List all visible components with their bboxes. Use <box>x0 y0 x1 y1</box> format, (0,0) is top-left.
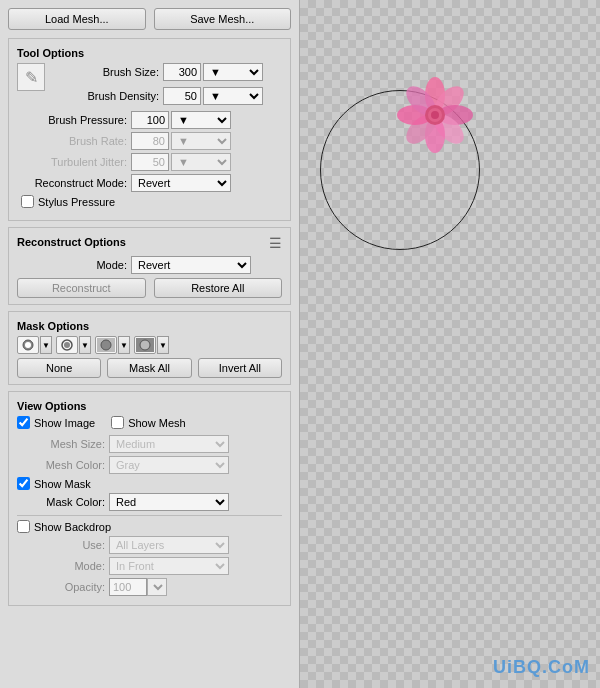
mask-icon-3[interactable]: ▼ <box>95 336 130 354</box>
tool-options-section: Tool Options ✎ Brush Size: ▼ <box>8 38 291 221</box>
mask-color-row: Mask Color: Red Green Blue None <box>17 493 282 511</box>
brush-pressure-select[interactable]: ▼ <box>171 111 231 129</box>
show-image-row: Show Image <box>17 416 95 429</box>
turbulent-jitter-label: Turbulent Jitter: <box>17 156 127 168</box>
brush-rate-input[interactable] <box>131 132 169 150</box>
mask-color-select[interactable]: Red Green Blue None <box>109 493 229 511</box>
recon-buttons: Reconstruct Restore All <box>17 278 282 298</box>
brush-size-label: Brush Size: <box>49 66 159 78</box>
mask-dropdown-4[interactable]: ▼ <box>157 336 169 354</box>
brush-size-option: Brush Size: ▼ <box>49 63 263 81</box>
show-image-label: Show Image <box>34 417 95 429</box>
svg-point-1 <box>25 342 31 348</box>
reconstruct-options-label: Reconstruct Options <box>17 236 126 248</box>
show-backdrop-label: Show Backdrop <box>34 521 111 533</box>
brush-rows: Brush Size: ▼ Brush Density: <box>49 63 263 108</box>
turbulent-jitter-select[interactable]: ▼ <box>171 153 231 171</box>
brush-density-select[interactable]: ▼ <box>203 87 263 105</box>
tool-options-label: Tool Options <box>17 47 282 59</box>
brush-rate-label: Brush Rate: <box>17 135 127 147</box>
none-button[interactable]: None <box>17 358 101 378</box>
mask-icon-2[interactable]: ▼ <box>56 336 91 354</box>
invert-all-button[interactable]: Invert All <box>198 358 282 378</box>
stylus-pressure-row: Stylus Pressure <box>17 195 282 208</box>
show-image-checkbox[interactable] <box>17 416 30 429</box>
brush-rate-value: ▼ <box>131 132 231 150</box>
view-options-label: View Options <box>17 400 282 412</box>
save-mesh-button[interactable]: Save Mesh... <box>154 8 292 30</box>
brush-icon-area: ✎ Brush Size: ▼ Brush Density: <box>17 63 263 108</box>
flower-image <box>395 75 475 155</box>
canvas-content: UiBQ.CoM <box>300 0 600 688</box>
use-label: Use: <box>35 539 105 551</box>
svg-point-3 <box>64 342 70 348</box>
brush-size-value: ▼ <box>163 63 263 81</box>
mesh-color-row: Mesh Color: Gray Black White Red <box>17 456 282 474</box>
show-mesh-checkbox[interactable] <box>111 416 124 429</box>
mask-all-button[interactable]: Mask All <box>107 358 191 378</box>
brush-size-row: ✎ Brush Size: ▼ Brush Density: <box>17 63 282 108</box>
opacity-select[interactable]: ▼ <box>147 578 167 596</box>
mask-dropdown-1[interactable]: ▼ <box>40 336 52 354</box>
canvas-panel: UiBQ.CoM <box>300 0 600 688</box>
view-mode-select[interactable]: In Front Behind Blend <box>109 557 229 575</box>
mask-dropdown-3[interactable]: ▼ <box>118 336 130 354</box>
brush-pressure-input[interactable] <box>131 111 169 129</box>
mask-icons-row: ▼ ▼ ▼ ▼ <box>17 336 282 354</box>
left-panel: Load Mesh... Save Mesh... Tool Options ✎… <box>0 0 300 688</box>
reconstruct-options-header: Reconstruct Options ☰ <box>17 234 282 252</box>
mesh-size-label: Mesh Size: <box>35 438 105 450</box>
brush-icon[interactable]: ✎ <box>17 63 45 91</box>
turbulent-jitter-row: Turbulent Jitter: ▼ <box>17 153 282 171</box>
turbulent-jitter-input[interactable] <box>131 153 169 171</box>
top-buttons: Load Mesh... Save Mesh... <box>8 8 291 30</box>
mask-options-label: Mask Options <box>17 320 282 332</box>
show-backdrop-row: Show Backdrop <box>17 520 282 533</box>
reconstruct-options-section: Reconstruct Options ☰ Mode: Revert Rigid… <box>8 227 291 305</box>
show-mask-row: Show Mask <box>17 477 282 490</box>
opacity-row: Opacity: ▼ <box>17 578 282 596</box>
reconstruct-button[interactable]: Reconstruct <box>17 278 146 298</box>
recon-mode-select[interactable]: Revert Rigid Stiff Smooth Loose <box>131 256 251 274</box>
brush-rate-select[interactable]: ▼ <box>171 132 231 150</box>
reconstruct-mode-value: Revert Rigid Stiff Smooth Loose <box>131 174 231 192</box>
show-mask-checkbox[interactable] <box>17 477 30 490</box>
reconstruct-mode-select[interactable]: Revert Rigid Stiff Smooth Loose <box>131 174 231 192</box>
brush-size-select[interactable]: ▼ <box>203 63 263 81</box>
show-mesh-row: Show Mesh <box>111 416 185 429</box>
svg-point-18 <box>431 111 439 119</box>
mask-circle-1 <box>17 336 39 354</box>
svg-point-5 <box>101 340 111 350</box>
brush-size-input[interactable] <box>163 63 201 81</box>
mask-icon-1[interactable]: ▼ <box>17 336 52 354</box>
brush-density-input[interactable] <box>163 87 201 105</box>
reconstruct-options-icon[interactable]: ☰ <box>269 235 282 251</box>
load-mesh-button[interactable]: Load Mesh... <box>8 8 146 30</box>
show-mask-label: Show Mask <box>34 478 91 490</box>
brush-density-value: ▼ <box>163 87 263 105</box>
mask-color-label: Mask Color: <box>35 496 105 508</box>
show-mesh-label: Show Mesh <box>128 417 185 429</box>
brush-pressure-row: Brush Pressure: ▼ <box>17 111 282 129</box>
stylus-pressure-checkbox[interactable] <box>21 195 34 208</box>
show-backdrop-checkbox[interactable] <box>17 520 30 533</box>
mesh-size-select[interactable]: Medium Small Large <box>109 435 229 453</box>
brush-density-option: Brush Density: ▼ <box>49 87 263 105</box>
reconstruct-mode-option: Mode: Revert Rigid Stiff Smooth Loose <box>17 256 282 274</box>
mesh-color-select[interactable]: Gray Black White Red <box>109 456 229 474</box>
use-select[interactable]: All Layers <box>109 536 229 554</box>
reconstruct-mode-label: Reconstruct Mode: <box>17 177 127 189</box>
watermark: UiBQ.CoM <box>493 657 590 678</box>
mask-dropdown-2[interactable]: ▼ <box>79 336 91 354</box>
brush-pressure-label: Brush Pressure: <box>17 114 127 126</box>
mask-circle-3 <box>95 336 117 354</box>
brush-pressure-value: ▼ <box>131 111 231 129</box>
opacity-input[interactable] <box>109 578 147 596</box>
restore-all-button[interactable]: Restore All <box>154 278 283 298</box>
stylus-pressure-label: Stylus Pressure <box>38 196 115 208</box>
brush-rate-row: Brush Rate: ▼ <box>17 132 282 150</box>
turbulent-jitter-value: ▼ <box>131 153 231 171</box>
mask-icon-4[interactable]: ▼ <box>134 336 169 354</box>
mesh-size-row: Mesh Size: Medium Small Large <box>17 435 282 453</box>
opacity-label: Opacity: <box>35 581 105 593</box>
